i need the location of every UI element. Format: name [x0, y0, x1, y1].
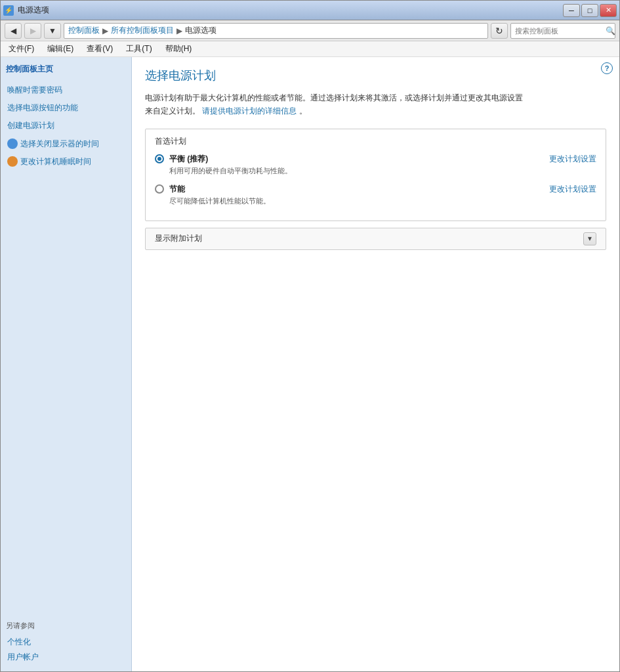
close-button[interactable]: ✕	[600, 4, 617, 17]
breadcrumb-allitems[interactable]: 所有控制面板项目	[111, 25, 174, 36]
sidebar-item-display[interactable]: 选择关闭显示器的时间	[6, 136, 126, 152]
description: 电源计划有助于最大化计算机的性能或者节能。通过选择计划来将其激活，或选择计划并通…	[145, 91, 606, 118]
show-more-bar[interactable]: 显示附加计划 ▼	[145, 228, 606, 250]
display-icon	[7, 138, 18, 149]
help-icon[interactable]: ?	[601, 62, 613, 74]
plan-change-balanced[interactable]: 更改计划设置	[549, 154, 596, 165]
maximize-button[interactable]: □	[581, 4, 598, 17]
content-area: ? 选择电源计划 电源计划有助于最大化计算机的性能或者节能。通过选择计划来将其激…	[132, 57, 619, 671]
plan-left-balanced: 平衡 (推荐) 利用可用的硬件自动平衡功耗与性能。	[155, 154, 292, 176]
sleep-icon	[7, 156, 18, 167]
forward-button[interactable]: ▶	[24, 23, 41, 39]
preferred-plans-section: 首选计划 平衡 (推荐) 利用可用的硬件自动平衡功耗与性能。 更改计划设置	[145, 129, 606, 221]
plan-left-powersaver: 节能 尽可能降低计算机性能以节能。	[155, 184, 270, 206]
breadcrumb-sep-2: ▶	[176, 26, 182, 35]
radio-balanced[interactable]	[155, 154, 164, 163]
menu-bar: 文件(F) 编辑(E) 查看(V) 工具(T) 帮助(H)	[1, 41, 619, 57]
chevron-down-icon: ▼	[583, 232, 596, 245]
plan-info-powersaver: 节能 尽可能降低计算机性能以节能。	[169, 184, 270, 206]
sidebar-item-create[interactable]: 创建电源计划	[6, 118, 126, 133]
menu-file[interactable]: 文件(F)	[6, 42, 37, 56]
page-title: 选择电源计划	[145, 68, 606, 83]
radio-powersaver[interactable]	[155, 184, 164, 194]
breadcrumb-current: 电源选项	[185, 25, 217, 36]
sidebar-item-powerbutton[interactable]: 选择电源按钮的功能	[6, 100, 126, 116]
back-button[interactable]: ◀	[5, 23, 22, 39]
search-input[interactable]	[515, 27, 606, 35]
desc-text-1: 电源计划有助于最大化计算机的性能或者节能。通过选择计划来将其激活，或选择计划并通…	[145, 93, 523, 102]
plan-desc-balanced: 利用可用的硬件自动平衡功耗与性能。	[169, 166, 292, 176]
menu-edit[interactable]: 编辑(E)	[45, 42, 76, 56]
sidebar-title[interactable]: 控制面板主页	[6, 64, 126, 75]
menu-tools[interactable]: 工具(T)	[123, 42, 154, 56]
window-icon: ⚡	[3, 5, 14, 16]
plan-desc-powersaver: 尽可能降低计算机性能以节能。	[169, 196, 270, 206]
desc-link[interactable]: 请提供电源计划的详细信息	[202, 106, 297, 116]
plan-name-balanced: 平衡 (推荐)	[169, 154, 292, 165]
main-content: 控制面板主页 唤醒时需要密码 选择电源按钮的功能 创建电源计划 选择关闭显示器的…	[1, 57, 619, 671]
breadcrumb-bar: 控制面板 ▶ 所有控制面板项目 ▶ 电源选项	[64, 23, 488, 39]
preferred-plans-title: 首选计划	[155, 136, 596, 147]
sidebar-item-wakeup[interactable]: 唤醒时需要密码	[6, 83, 126, 98]
refresh-button[interactable]: ↻	[491, 23, 508, 39]
plan-change-powersaver[interactable]: 更改计划设置	[549, 184, 596, 195]
desc-end: 。	[299, 106, 307, 116]
menu-help[interactable]: 帮助(H)	[163, 42, 195, 56]
main-window: ⚡ 电源选项 ─ □ ✕ ◀ ▶ ▼ 控制面板 ▶ 所有控制面板项目 ▶ 电源选…	[0, 0, 620, 672]
search-icon[interactable]: 🔍	[606, 26, 615, 35]
menu-view[interactable]: 查看(V)	[84, 42, 115, 56]
address-bar: ◀ ▶ ▼ 控制面板 ▶ 所有控制面板项目 ▶ 电源选项 ↻ 🔍	[1, 20, 619, 41]
plan-info-balanced: 平衡 (推荐) 利用可用的硬件自动平衡功耗与性能。	[169, 154, 292, 176]
title-bar: ⚡ 电源选项 ─ □ ✕	[1, 1, 619, 20]
plan-name-powersaver: 节能	[169, 184, 270, 195]
also-see-label: 另请参阅	[6, 621, 126, 631]
plan-row-powersaver: 节能 尽可能降低计算机性能以节能。 更改计划设置	[155, 184, 596, 206]
sidebar: 控制面板主页 唤醒时需要密码 选择电源按钮的功能 创建电源计划 选择关闭显示器的…	[1, 57, 132, 671]
desc-text-2: 来自定义计划。	[145, 106, 200, 116]
title-bar-left: ⚡ 电源选项	[3, 5, 49, 16]
breadcrumb-sep-1: ▶	[102, 26, 108, 35]
sidebar-item-sleep[interactable]: 更改计算机睡眠时间	[6, 154, 126, 169]
dropdown-button[interactable]: ▼	[44, 23, 61, 39]
window-title: 电源选项	[18, 5, 49, 16]
plan-row-balanced: 平衡 (推荐) 利用可用的硬件自动平衡功耗与性能。 更改计划设置	[155, 154, 596, 176]
sidebar-item-useraccount[interactable]: 用户帐户	[6, 650, 126, 665]
search-bar: 🔍	[510, 23, 615, 39]
sidebar-bottom: 另请参阅 个性化 用户帐户	[6, 614, 126, 665]
title-bar-controls: ─ □ ✕	[563, 4, 617, 17]
sidebar-item-personalize[interactable]: 个性化	[6, 635, 126, 650]
breadcrumb-controlpanel[interactable]: 控制面板	[68, 25, 100, 36]
show-more-text: 显示附加计划	[155, 233, 202, 244]
minimize-button[interactable]: ─	[563, 4, 580, 17]
